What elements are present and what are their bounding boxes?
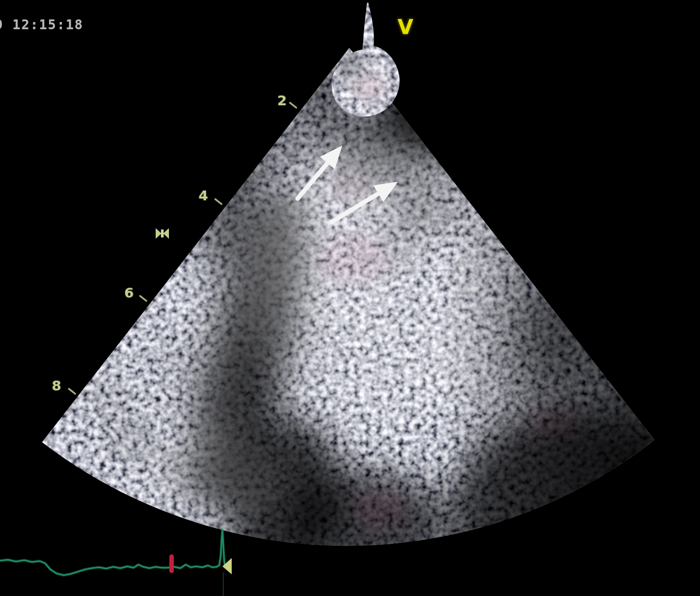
- ecg-waveform-glow: [0, 530, 227, 575]
- ultrasound-screen: 9 12:15:18 V 2 4 6 8: [0, 0, 700, 596]
- ecg-strip: [0, 0, 700, 596]
- ecg-trigger-marker: [169, 554, 174, 573]
